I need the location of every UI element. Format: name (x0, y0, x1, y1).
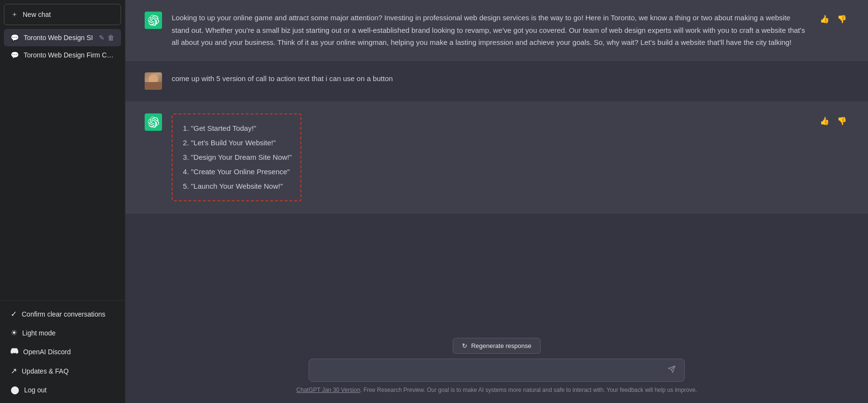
sidebar-item-confirm-clear[interactable]: ✓ Confirm clear conversations (4, 305, 121, 323)
version-link[interactable]: ChatGPT Jan 30 Version (297, 387, 361, 393)
avatar-gpt-2 (145, 113, 162, 131)
chat-item-actions: ✎ 🗑 (99, 34, 114, 42)
message-block-3: "Get Started Today!" "Let's Build Your W… (125, 102, 868, 213)
footer-text: . Free Research Preview. Our goal is to … (360, 387, 697, 393)
cta-item-2: "Let's Build Your Website!" (191, 136, 292, 150)
confirm-clear-label: Confirm clear conversations (22, 310, 106, 318)
cta-list: "Get Started Today!" "Let's Build Your W… (172, 113, 301, 201)
sidebar-item-logout[interactable]: ⬤ Log out (4, 380, 121, 399)
message-actions-1: 👍 👎 (818, 12, 849, 25)
thumbs-up-button[interactable]: 👍 (818, 14, 831, 25)
thumbs-down-button[interactable]: 👎 (835, 14, 849, 25)
regenerate-label: Regenerate response (471, 342, 531, 349)
regenerate-button[interactable]: ↻ Regenerate response (453, 338, 541, 354)
sidebar-item-faq[interactable]: ↗ Updates & FAQ (4, 361, 121, 380)
logout-icon: ⬤ (11, 385, 19, 394)
delete-icon[interactable]: 🗑 (108, 34, 114, 42)
message-content-1: Looking to up your online game and attra… (172, 12, 808, 49)
light-mode-label: Light mode (22, 329, 55, 337)
check-icon: ✓ (11, 309, 17, 319)
sidebar-item-chat1[interactable]: 💬 Toronto Web Design SI ✎ 🗑 (4, 29, 121, 46)
message-actions-3: 👍 👎 (818, 113, 849, 126)
message-block-1: Looking to up your online game and attra… (125, 0, 868, 61)
regenerate-icon: ↻ (462, 342, 467, 349)
message-content-2: come up with 5 version of call to action… (172, 72, 849, 85)
chat-item-label: Toronto Web Design Firm CTA (24, 51, 114, 59)
avatar-user (145, 72, 162, 90)
cta-item-1: "Get Started Today!" (191, 121, 292, 136)
send-button[interactable] (666, 363, 678, 377)
new-chat-button[interactable]: ＋ New chat (4, 4, 121, 25)
chat-item-label: Toronto Web Design SI (24, 34, 94, 42)
chat-icon: 💬 (11, 51, 19, 59)
footer-note: ChatGPT Jan 30 Version. Free Research Pr… (297, 387, 697, 393)
cta-item-5: "Launch Your Website Now!" (191, 179, 292, 194)
message-block-2: come up with 5 version of call to action… (125, 61, 868, 102)
chat-messages: Looking to up your online game and attra… (125, 0, 868, 332)
discord-label: OpenAI Discord (23, 348, 71, 356)
sidebar-item-chat2[interactable]: 💬 Toronto Web Design Firm CTA (4, 46, 121, 64)
cta-items: "Get Started Today!" "Let's Build Your W… (181, 121, 292, 194)
sidebar: ＋ New chat 💬 Toronto Web Design SI ✎ 🗑 💬… (0, 0, 125, 403)
input-row (309, 359, 685, 382)
external-link-icon: ↗ (11, 366, 17, 375)
faq-label: Updates & FAQ (22, 367, 68, 375)
plus-icon: ＋ (11, 10, 18, 19)
chat-icon: 💬 (11, 34, 19, 42)
thumbs-down-button-3[interactable]: 👎 (835, 115, 849, 126)
input-area: ↻ Regenerate response ChatGPT Jan 30 Ver… (125, 332, 868, 403)
sidebar-item-discord[interactable]: OpenAI Discord (4, 342, 121, 361)
thumbs-up-button-3[interactable]: 👍 (818, 115, 831, 126)
new-chat-label: New chat (23, 11, 51, 18)
cta-item-3: "Design Your Dream Site Now!" (191, 150, 292, 165)
sidebar-bottom: ✓ Confirm clear conversations ☀ Light mo… (0, 300, 125, 403)
message-content-3: "Get Started Today!" "Let's Build Your W… (172, 113, 808, 201)
discord-icon (11, 347, 18, 357)
chat-input[interactable] (316, 362, 666, 378)
sidebar-top: ＋ New chat 💬 Toronto Web Design SI ✎ 🗑 💬… (0, 0, 125, 300)
cta-item-4: "Create Your Online Presence" (191, 165, 292, 179)
sidebar-item-light-mode[interactable]: ☀ Light mode (4, 323, 121, 342)
avatar-gpt (145, 12, 162, 29)
main-content: Looking to up your online game and attra… (125, 0, 868, 403)
sun-icon: ☀ (11, 328, 17, 337)
edit-icon[interactable]: ✎ (99, 34, 105, 42)
logout-label: Log out (24, 386, 47, 394)
